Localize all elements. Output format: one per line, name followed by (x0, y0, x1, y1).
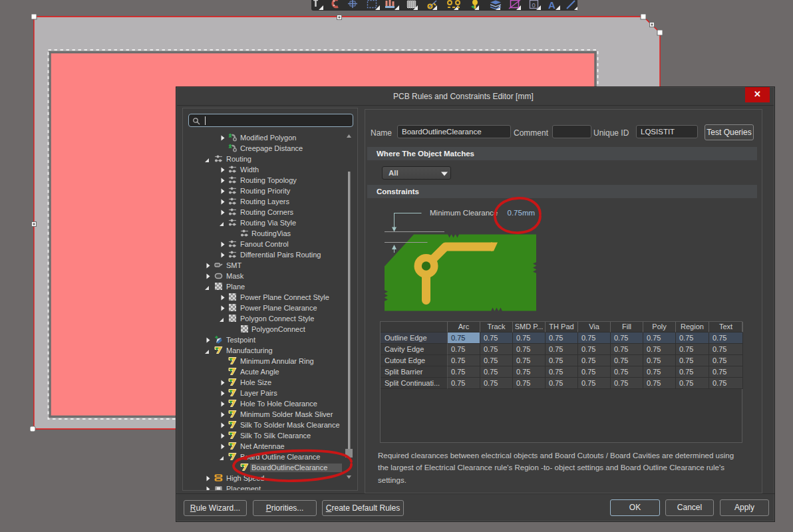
svg-text:Minimum Clearance: Minimum Clearance (430, 209, 498, 217)
svg-text:0: 0 (532, 1, 536, 9)
svg-text:A: A (548, 0, 555, 11)
svg-text:0.75mm: 0.75mm (508, 209, 536, 217)
